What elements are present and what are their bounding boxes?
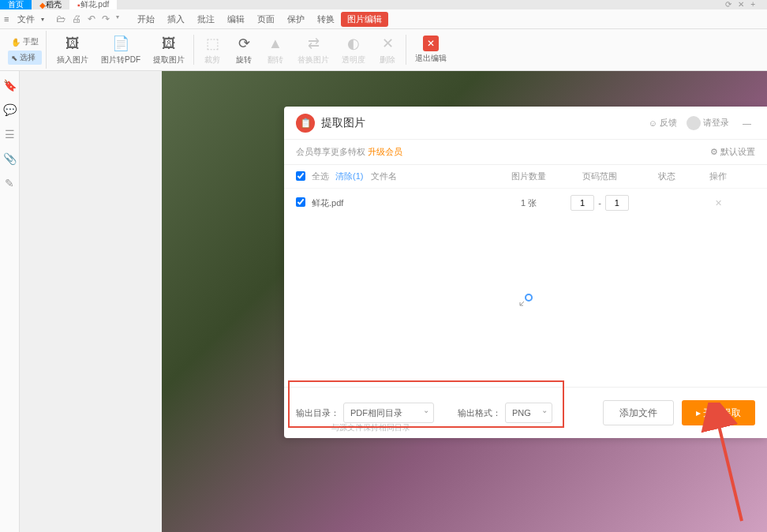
rotate-icon: ⟳ bbox=[234, 34, 253, 53]
col-clear[interactable]: 清除(1) bbox=[335, 170, 371, 182]
add-tab-icon[interactable]: + bbox=[750, 0, 755, 9]
opacity-icon: ◐ bbox=[344, 34, 363, 53]
upgrade-link[interactable]: 升级会员 bbox=[368, 146, 402, 158]
cursor-icon: ⬉ bbox=[11, 54, 17, 62]
comment-icon[interactable]: 💬 bbox=[3, 103, 16, 116]
sync-icon[interactable]: ⟳ bbox=[725, 0, 731, 9]
tool-label: 选择 bbox=[20, 52, 36, 63]
delete-icon: ✕ bbox=[378, 34, 397, 53]
col-status: 状态 bbox=[639, 170, 694, 182]
range-from-input[interactable] bbox=[571, 195, 594, 211]
menu-convert[interactable]: 转换 bbox=[311, 13, 341, 25]
range-to-input[interactable] bbox=[605, 195, 629, 211]
add-file-button[interactable]: 添加文件 bbox=[603, 400, 674, 425]
tool-hand[interactable]: ✋ 手型 bbox=[8, 35, 42, 49]
signature-icon[interactable]: ✎ bbox=[3, 177, 16, 189]
tool-exit-edit[interactable]: ✕ 退出编辑 bbox=[409, 31, 453, 69]
tab-controls: ⟳ ✕ + bbox=[713, 0, 767, 9]
col-range: 页码范围 bbox=[560, 170, 639, 182]
table-row: 鲜花.pdf 1 张 - ✕ bbox=[284, 189, 767, 217]
menu-insert[interactable]: 插入 bbox=[161, 13, 191, 25]
row-remove-button[interactable]: ✕ bbox=[694, 198, 742, 208]
menu-file[interactable]: 文件 bbox=[11, 13, 41, 25]
flip-icon: ▲ bbox=[266, 34, 285, 53]
menubar: ≡ 文件 ▾ 🗁 🖨 ↶ ↷ ▾ 开始 插入 批注 编辑 页面 保护 转换 图片… bbox=[0, 9, 767, 29]
start-extract-button[interactable]: ▸ 开始提取 bbox=[682, 400, 755, 425]
dialog-subbar: 会员尊享更多特权 升级会员 ⚙ 默认设置 bbox=[284, 140, 767, 165]
exit-icon: ✕ bbox=[423, 36, 439, 51]
tool-label: 图片转PDF bbox=[101, 54, 140, 66]
tool-extract-image[interactable]: 🖼 提取图片 bbox=[147, 31, 191, 69]
tool-label: 手型 bbox=[23, 36, 39, 47]
minimize-button[interactable]: — bbox=[739, 118, 755, 128]
col-checkbox bbox=[296, 171, 312, 182]
chevron-down-icon[interactable]: ▾ bbox=[116, 13, 119, 24]
bookmark-icon[interactable]: 🔖 bbox=[3, 79, 16, 92]
menu-page[interactable]: 页面 bbox=[251, 13, 281, 25]
tool-group-edit: ⬚ 裁剪 ⟳ 旋转 ▲ 翻转 ⇄ 替换图片 ◐ 透明度 ✕ 删除 bbox=[196, 31, 403, 69]
dialog-header: 📋 提取图片 ☺ 反馈 请登录 — bbox=[284, 107, 767, 140]
row-checkbox[interactable] bbox=[296, 197, 305, 207]
menu-protect[interactable]: 保护 bbox=[281, 13, 311, 25]
tool-label: 提取图片 bbox=[153, 54, 185, 66]
close-icon[interactable]: ✕ bbox=[738, 0, 744, 9]
tool-rotate[interactable]: ⟳ 旋转 bbox=[228, 31, 260, 69]
gear-icon: ⚙ bbox=[710, 147, 718, 157]
dialog-body bbox=[284, 217, 767, 387]
tool-flip: ▲ 翻转 bbox=[260, 31, 291, 69]
output-dir-label: 输出目录： bbox=[296, 407, 339, 419]
default-settings-link[interactable]: ⚙ 默认设置 bbox=[710, 146, 755, 158]
dialog-icon: 📋 bbox=[296, 114, 315, 133]
range-dash: - bbox=[598, 198, 601, 208]
menu-icon[interactable]: ≡ bbox=[4, 14, 9, 24]
tool-selector: ✋ 手型 ⬉ 选择 bbox=[4, 31, 47, 69]
dialog-footer: 输出目录： PDF相同目录 输出格式： PNG 与源文件保持相同目录 添加文件 … bbox=[284, 387, 767, 438]
tab-daoqiao[interactable]: ◆ 稻壳 bbox=[32, 0, 69, 9]
privilege-text: 会员尊享更多特权 bbox=[296, 146, 365, 158]
hand-icon: ✋ bbox=[11, 38, 21, 47]
output-format-select[interactable]: PNG bbox=[505, 403, 552, 423]
image-icon: 🖼 bbox=[63, 34, 82, 53]
row-count: 1 张 bbox=[497, 197, 560, 209]
extract-image-dialog: 📋 提取图片 ☺ 反馈 请登录 — 会员尊享更多特权 升级会员 ⚙ 默认设置 全… bbox=[284, 107, 767, 438]
feedback-link[interactable]: ☺ 反馈 bbox=[649, 117, 677, 129]
tool-image-to-pdf[interactable]: 📄 图片转PDF bbox=[95, 31, 147, 69]
col-select-all[interactable]: 全选 bbox=[312, 170, 335, 182]
crop-icon: ⬚ bbox=[203, 34, 222, 53]
tool-label: 退出编辑 bbox=[415, 53, 447, 64]
tool-select[interactable]: ⬉ 选择 bbox=[8, 51, 42, 65]
attachment-icon[interactable]: 📎 bbox=[3, 152, 16, 165]
dialog-header-actions: ☺ 反馈 请登录 — bbox=[649, 116, 755, 130]
col-operation: 操作 bbox=[694, 170, 742, 182]
tool-label: 删除 bbox=[380, 54, 395, 66]
tool-label: 插入图片 bbox=[57, 54, 88, 66]
divider bbox=[193, 35, 194, 65]
divider bbox=[406, 35, 406, 65]
menu-image-edit[interactable]: 图片编辑 bbox=[341, 12, 388, 27]
login-link[interactable]: 请登录 bbox=[687, 116, 729, 130]
output-dir-select[interactable]: PDF相同目录 bbox=[343, 403, 434, 423]
tool-label: 裁剪 bbox=[204, 54, 220, 66]
redo-icon[interactable]: ↷ bbox=[102, 13, 110, 24]
chat-icon: ☺ bbox=[649, 118, 657, 128]
open-icon[interactable]: 🗁 bbox=[56, 13, 65, 24]
svg-point-10 bbox=[526, 294, 532, 301]
convert-icon: 📄 bbox=[111, 34, 130, 53]
tool-label: 旋转 bbox=[236, 54, 252, 66]
fire-icon: ◆ bbox=[39, 1, 46, 9]
menu-start[interactable]: 开始 bbox=[131, 13, 161, 25]
extract-icon: 🖼 bbox=[159, 34, 178, 53]
tool-group-image: 🖼 插入图片 📄 图片转PDF 🖼 提取图片 bbox=[51, 31, 191, 69]
menu-annotate[interactable]: 批注 bbox=[191, 13, 221, 25]
undo-icon[interactable]: ↶ bbox=[88, 13, 95, 24]
print-icon[interactable]: 🖨 bbox=[72, 13, 81, 24]
tab-home[interactable]: 首页 bbox=[0, 0, 32, 9]
tool-opacity: ◐ 透明度 bbox=[335, 31, 372, 69]
play-icon: ▸ bbox=[696, 407, 701, 418]
tool-insert-image[interactable]: 🖼 插入图片 bbox=[51, 31, 95, 69]
menu-edit[interactable]: 编辑 bbox=[221, 13, 251, 25]
layers-icon[interactable]: ☰ bbox=[3, 128, 16, 140]
select-all-checkbox[interactable] bbox=[296, 171, 305, 181]
tool-label: 替换图片 bbox=[297, 54, 329, 66]
tab-document[interactable]: ▪ 鲜花.pdf bbox=[69, 0, 117, 9]
